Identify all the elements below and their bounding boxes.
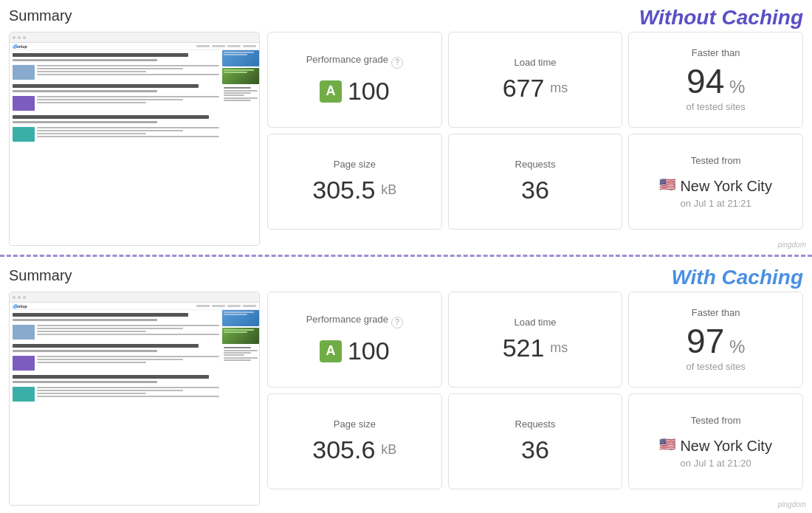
- dot1: [13, 36, 16, 39]
- nav-item-7: [227, 305, 241, 307]
- line-4: [37, 74, 219, 75]
- nav-item-8: [243, 305, 256, 307]
- section-divider: [0, 255, 812, 257]
- line-16: [37, 356, 219, 357]
- top-load-unit: ms: [550, 80, 568, 96]
- bottom-tested-label: Tested from: [691, 415, 741, 426]
- line-6: [37, 99, 183, 100]
- top-load-label: Load time: [514, 57, 556, 68]
- article-sub-5: [13, 350, 157, 352]
- img-2: [13, 96, 35, 111]
- top-size-unit: kB: [381, 182, 396, 198]
- top-perf-label-row: Performance grade ?: [306, 54, 403, 71]
- article-title-1: [13, 53, 188, 57]
- top-requests-card: Requests 36: [448, 134, 623, 230]
- sb-line-1: [224, 52, 254, 53]
- sidebar-block-4: [222, 328, 259, 344]
- line-8: [37, 127, 219, 128]
- article-title-5: [13, 344, 199, 348]
- featured-posts-bottom: [222, 345, 259, 362]
- browser-bar-bottom: [10, 292, 259, 303]
- bottom-load-value: 521 ms: [503, 334, 568, 362]
- fake-nav-top: 🌀orkup: [10, 43, 259, 50]
- bottom-tested-location-row: 🇺🇸 New York City: [659, 435, 772, 455]
- nav-item-3: [227, 45, 241, 47]
- bottom-grade-badge: A: [320, 340, 342, 362]
- line-10: [37, 133, 146, 134]
- line-12: [37, 325, 219, 326]
- article-title-4: [13, 313, 188, 317]
- bottom-date: on Jul 1 at 21:20: [681, 458, 751, 469]
- img-3: [13, 127, 35, 142]
- top-faster-pct: %: [724, 77, 745, 97]
- top-size-number: 305.5: [312, 176, 375, 204]
- top-perf-question[interactable]: ?: [391, 57, 403, 69]
- top-performance-grade-card: Performance grade ? A 100: [267, 32, 442, 128]
- top-perf-label: Performance grade: [306, 54, 388, 65]
- top-badge: Without Caching: [639, 6, 803, 30]
- top-faster-label: Faster than: [692, 47, 740, 58]
- fake-sidebar-bottom: [222, 310, 259, 505]
- browser-bar-top: [10, 32, 259, 43]
- article-title-6: [13, 375, 209, 379]
- top-pingdom-label: pingdom: [778, 241, 806, 249]
- sb-line-9: [224, 97, 258, 99]
- fake-nav-items-top: [196, 45, 256, 47]
- top-content: 🌀orkup: [9, 32, 803, 246]
- sidebar-block-1: [222, 50, 259, 66]
- top-req-number: 36: [521, 176, 549, 204]
- img-1: [13, 65, 35, 80]
- bottom-faster-value: 97 %: [687, 324, 745, 358]
- bottom-faster-number: 97: [687, 322, 724, 360]
- nav-item-5: [196, 305, 210, 307]
- fake-content-bottom: [10, 310, 222, 505]
- img-6: [13, 387, 35, 402]
- top-tested-location-row: 🇺🇸 New York City: [659, 175, 772, 195]
- top-perf-value: A 100: [320, 77, 390, 106]
- article-sub-2: [13, 90, 157, 92]
- article-row-2: [13, 96, 219, 111]
- top-req-value: 36: [521, 176, 549, 204]
- top-location: New York City: [680, 178, 772, 195]
- top-size-label: Page size: [334, 159, 376, 170]
- fake-logo-top: 🌀orkup: [13, 44, 27, 49]
- top-req-label: Requests: [515, 159, 556, 170]
- text-block-6: [37, 387, 219, 402]
- sb-line-16: [224, 350, 258, 351]
- bottom-flag: 🇺🇸: [659, 436, 675, 452]
- sb-line-15: [224, 347, 251, 348]
- line-22: [37, 396, 219, 397]
- bottom-perf-number: 100: [348, 337, 390, 365]
- line-14: [37, 331, 146, 332]
- text-block-5: [37, 356, 219, 371]
- fake-nav-bottom: 🌀orkup: [10, 303, 259, 310]
- dot4: [13, 296, 16, 299]
- top-date: on Jul 1 at 21:21: [681, 198, 751, 209]
- line-17: [37, 359, 183, 360]
- line-18: [37, 362, 146, 363]
- top-size-value: 305.5 kB: [312, 176, 396, 204]
- bottom-load-label: Load time: [514, 317, 556, 328]
- bottom-performance-grade-card: Performance grade ? A 100: [267, 292, 442, 388]
- line-15: [37, 334, 219, 335]
- sidebar-block-3: [222, 310, 259, 326]
- bottom-load-unit: ms: [550, 340, 568, 356]
- sb-line-10: [224, 100, 251, 101]
- top-grade-badge: A: [320, 80, 342, 103]
- top-metrics-grid: Performance grade ? A 100 Load time 677 …: [267, 32, 803, 230]
- bottom-perf-value: A 100: [320, 337, 390, 365]
- top-flag: 🇺🇸: [659, 176, 675, 193]
- top-faster-value: 94 %: [687, 64, 745, 98]
- sb-line-12: [224, 314, 247, 315]
- text-block-4: [37, 325, 219, 340]
- article-row-5: [13, 356, 219, 371]
- bottom-perf-question[interactable]: ?: [391, 317, 403, 328]
- bottom-faster-sub: of tested sites: [687, 361, 746, 372]
- text-block-1: [37, 65, 219, 80]
- fake-nav-items-bottom: [196, 305, 256, 307]
- bottom-size-number: 305.6: [312, 435, 375, 464]
- fake-website-bottom: 🌀orkup: [10, 292, 259, 505]
- bottom-load-number: 521: [503, 334, 545, 362]
- line-9: [37, 130, 183, 131]
- article-title-2: [13, 84, 199, 88]
